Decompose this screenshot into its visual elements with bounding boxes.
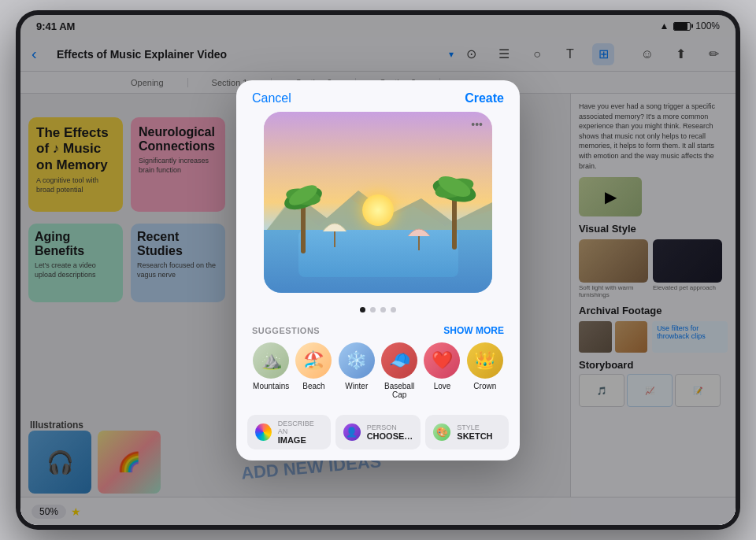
- style-button[interactable]: 🎨 STYLE SKETCH: [425, 415, 509, 449]
- image-more-button[interactable]: •••: [471, 118, 483, 131]
- suggestion-winter[interactable]: ❄️ Winter: [338, 342, 376, 399]
- suggestion-mountains[interactable]: ⛰️ Mountains: [252, 342, 290, 399]
- pagination-dots: [236, 301, 520, 319]
- describe-label: DESCRIBE AN: [278, 420, 323, 435]
- dot-4[interactable]: [391, 307, 396, 313]
- winter-icon: ❄️: [339, 342, 375, 379]
- image-preview-container: •••: [236, 112, 520, 301]
- create-button[interactable]: Create: [465, 91, 504, 105]
- describe-text: DESCRIBE AN IMAGE: [278, 420, 323, 445]
- baseball-icon: 🧢: [381, 342, 417, 379]
- style-icon: 🎨: [433, 423, 450, 441]
- suggestions-header: SUGGESTIONS SHOW MORE: [252, 325, 504, 336]
- person-choose-button[interactable]: 👤 PERSON CHOOSE…: [335, 415, 421, 449]
- suggestions-label: SUGGESTIONS: [252, 326, 320, 335]
- style-text: STYLE SKETCH: [457, 423, 492, 441]
- style-label: STYLE: [457, 423, 492, 431]
- crown-icon: 👑: [467, 342, 503, 379]
- winter-label: Winter: [345, 382, 368, 390]
- palm-right-svg: [429, 155, 480, 250]
- baseball-label: Baseball Cap: [380, 382, 418, 399]
- person-value: CHOOSE…: [367, 431, 413, 441]
- mountains-icon: ⛰️: [253, 342, 289, 379]
- dot-2[interactable]: [370, 307, 376, 313]
- beach-icon: 🏖️: [295, 342, 332, 379]
- ipad-screen: 9:41 AM ▲ 100% ‹ Effects of Music Explai…: [20, 15, 736, 525]
- person-label: PERSON: [367, 423, 413, 431]
- ipad-frame: 9:41 AM ▲ 100% ‹ Effects of Music Explai…: [16, 10, 740, 530]
- mountains-label: Mountains: [253, 382, 289, 390]
- dot-1[interactable]: [360, 307, 365, 313]
- suggestions-section: SUGGESTIONS SHOW MORE ⛰️ Mountains 🏖️ Be…: [236, 319, 520, 415]
- suggestion-crown[interactable]: 👑 Crown: [466, 342, 504, 399]
- dot-3[interactable]: [380, 307, 386, 313]
- crown-label: Crown: [473, 382, 496, 390]
- suggestion-beach[interactable]: 🏖️ Beach: [295, 342, 332, 399]
- umbrella2-svg: [405, 222, 433, 250]
- umbrella-svg: [319, 216, 350, 247]
- love-icon: ❤️: [424, 342, 460, 379]
- options-row: DESCRIBE AN IMAGE 👤 PERSON CHOOSE… 🎨: [236, 415, 520, 460]
- describe-image-button[interactable]: DESCRIBE AN IMAGE: [247, 415, 331, 449]
- person-text: PERSON CHOOSE…: [367, 423, 413, 441]
- image-generation-modal: Cancel Create: [236, 80, 520, 460]
- suggestions-row: ⛰️ Mountains 🏖️ Beach ❄️ Winter 🧢: [252, 342, 504, 399]
- describe-value: IMAGE: [278, 435, 323, 445]
- cancel-button[interactable]: Cancel: [252, 91, 291, 105]
- beach-label: Beach: [302, 382, 324, 390]
- modal-header: Cancel Create: [236, 80, 520, 112]
- style-value: SKETCH: [457, 431, 492, 441]
- love-label: Love: [434, 382, 451, 390]
- describe-icon: [255, 423, 272, 441]
- suggestion-baseball[interactable]: 🧢 Baseball Cap: [380, 342, 418, 399]
- person-icon: 👤: [343, 423, 361, 441]
- show-more-button[interactable]: SHOW MORE: [443, 325, 504, 336]
- modal-overlay: Cancel Create: [20, 15, 736, 525]
- suggestion-love[interactable]: ❤️ Love: [423, 342, 461, 399]
- generated-image: •••: [264, 112, 492, 293]
- scene-sun: [362, 194, 394, 226]
